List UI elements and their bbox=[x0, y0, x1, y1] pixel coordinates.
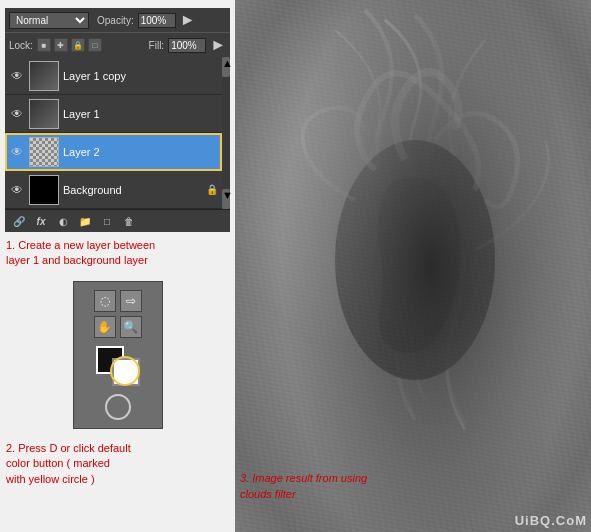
layers-scrollbar[interactable]: ▲ ▼ bbox=[222, 57, 230, 209]
ellipse-tool[interactable] bbox=[105, 394, 131, 420]
lock-icon-background: 🔒 bbox=[206, 184, 218, 195]
delete-layer-icon[interactable]: 🗑 bbox=[121, 213, 137, 229]
layer-row-layer2[interactable]: 👁 Layer 2 bbox=[5, 133, 222, 171]
layer-name-layer2: Layer 2 bbox=[63, 146, 218, 158]
visibility-eye-layer1copy[interactable]: 👁 bbox=[9, 68, 25, 84]
tools-row-2: ✋ 🔍 bbox=[94, 316, 142, 338]
fill-input[interactable] bbox=[168, 38, 206, 53]
layer-name-background: Background bbox=[63, 184, 202, 196]
tools-box: ◌ ⇨ ✋ 🔍 bbox=[73, 281, 163, 429]
layers-panel: Normal Opacity: ► Lock: ■ ✚ 🔒 □ Fill: ► bbox=[5, 8, 230, 232]
lock-pixels-icon[interactable]: ■ bbox=[37, 38, 51, 52]
tools-section: ◌ ⇨ ✋ 🔍 bbox=[0, 273, 235, 437]
scrollbar-down-btn[interactable]: ▼ bbox=[222, 189, 230, 209]
layer-thumb-layer1copy bbox=[29, 61, 59, 91]
right-panel: 3. Image result from using clouds filter… bbox=[235, 0, 591, 532]
fx-icon[interactable]: fx bbox=[33, 213, 49, 229]
lock-move-icon[interactable]: ✚ bbox=[54, 38, 68, 52]
annotation2: 2. Press D or click default color button… bbox=[0, 437, 200, 491]
visibility-eye-background[interactable]: 👁 bbox=[9, 182, 25, 198]
lock-label: Lock: bbox=[9, 40, 33, 51]
layers-top-bar: Normal Opacity: ► bbox=[5, 8, 230, 32]
layers-lock-bar: Lock: ■ ✚ 🔒 □ Fill: ► bbox=[5, 32, 230, 57]
layer-thumb-background bbox=[29, 175, 59, 205]
layers-bottom-bar: 🔗 fx ◐ 📁 □ 🗑 bbox=[5, 209, 230, 232]
folder-icon[interactable]: 📁 bbox=[77, 213, 93, 229]
layer-row-layer1copy[interactable]: 👁 Layer 1 copy bbox=[5, 57, 222, 95]
opacity-label: Opacity: bbox=[97, 15, 134, 26]
scrollbar-up-btn[interactable]: ▲ bbox=[222, 57, 230, 77]
visibility-eye-layer1[interactable]: 👁 bbox=[9, 106, 25, 122]
layers-with-scroll: 👁 Layer 1 copy 👁 Layer 1 👁 bbox=[5, 57, 230, 209]
new-layer-icon[interactable]: □ bbox=[99, 213, 115, 229]
lock-all-icon[interactable]: 🔒 bbox=[71, 38, 85, 52]
layer-thumb-layer2 bbox=[29, 137, 59, 167]
watermark: UiBQ.CoM bbox=[515, 513, 587, 528]
lock-icons: ■ ✚ 🔒 □ bbox=[37, 38, 102, 52]
tools-row-1: ◌ ⇨ bbox=[94, 290, 142, 312]
link-icon[interactable]: 🔗 bbox=[11, 213, 27, 229]
opacity-input[interactable] bbox=[138, 13, 176, 28]
zoom-tool[interactable]: 🔍 bbox=[120, 316, 142, 338]
adjustment-layer-icon[interactable]: ◐ bbox=[55, 213, 71, 229]
opacity-arrow[interactable]: ► bbox=[180, 11, 196, 29]
layers-list: 👁 Layer 1 copy 👁 Layer 1 👁 bbox=[5, 57, 222, 209]
fill-label: Fill: bbox=[149, 40, 165, 51]
blend-mode-select[interactable]: Normal bbox=[9, 12, 89, 29]
color-swatches bbox=[96, 346, 140, 386]
annotation3: 3. Image result from using clouds filter bbox=[240, 471, 367, 502]
smoke-dark-overlay bbox=[235, 0, 591, 532]
layer-name-layer1copy: Layer 1 copy bbox=[63, 70, 218, 82]
hand-tool[interactable]: ✋ bbox=[94, 316, 116, 338]
layer-name-layer1: Layer 1 bbox=[63, 108, 218, 120]
marquee-tool[interactable]: ⇨ bbox=[120, 290, 142, 312]
lock-image-icon[interactable]: □ bbox=[88, 38, 102, 52]
annotation1: 1. Create a new layer between layer 1 an… bbox=[0, 232, 235, 273]
visibility-eye-layer2[interactable]: 👁 bbox=[9, 144, 25, 160]
left-panel: Normal Opacity: ► Lock: ■ ✚ 🔒 □ Fill: ► bbox=[0, 0, 235, 532]
layer-row-background[interactable]: 👁 Background 🔒 bbox=[5, 171, 222, 209]
lasso-tool[interactable]: ◌ bbox=[94, 290, 116, 312]
background-color[interactable] bbox=[112, 358, 140, 386]
layer-row-layer1[interactable]: 👁 Layer 1 bbox=[5, 95, 222, 133]
tools-row-3 bbox=[105, 394, 131, 420]
layer-thumb-layer1 bbox=[29, 99, 59, 129]
fill-arrow[interactable]: ► bbox=[210, 36, 226, 54]
